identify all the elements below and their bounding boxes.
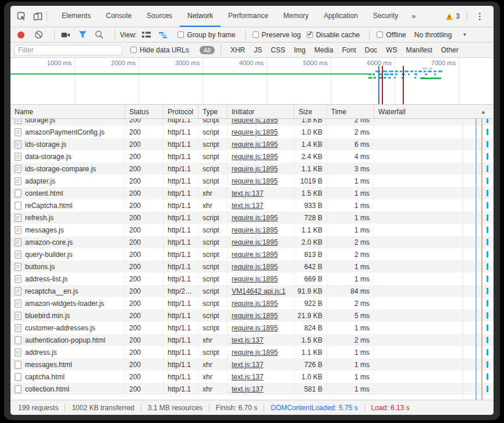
initiator-link[interactable]: text.js:137 [232,373,264,381]
column-header-time[interactable]: Time [327,105,374,118]
tab-elements[interactable]: Elements [54,6,98,27]
column-header-initiator[interactable]: Initiator [228,105,294,118]
hide-data-urls-checkbox[interactable]: Hide data URLs [130,46,189,54]
initiator-link[interactable]: require.js:1895 [232,348,278,357]
initiator-link[interactable]: VM14642 api.js:1 [232,287,286,295]
tab-network[interactable]: Network [180,6,221,27]
column-header-status[interactable]: Status [125,105,164,118]
offline-checkbox[interactable]: Offline [377,31,406,39]
initiator-link[interactable]: require.js:1895 [232,263,278,271]
initiator-link[interactable]: require.js:1895 [232,119,278,124]
initiator-link[interactable]: require.js:1895 [232,275,278,283]
column-header-protocol[interactable]: Protocol [164,105,198,118]
table-row[interactable]: reCaptcha.html200http/1.1xhrtext.js:1379… [10,199,494,211]
filter-type-doc[interactable]: Doc [365,46,377,54]
initiator-link[interactable]: require.js:1895 [232,214,278,222]
filter-type-manifest[interactable]: Manifest [406,46,432,54]
tab-console[interactable]: Console [98,6,139,27]
script-file-icon [15,165,22,173]
table-row[interactable]: address.js200http/1.1scriptrequire.js:18… [10,346,494,358]
table-row[interactable]: amazon-core.js200http/1.1scriptrequire.j… [10,236,494,248]
initiator-link[interactable]: text.js:137 [232,385,264,393]
filter-input[interactable] [14,45,122,55]
tab-memory[interactable]: Memory [276,6,316,27]
tab-performance[interactable]: Performance [221,6,276,27]
search-icon[interactable] [94,30,104,40]
large-request-rows-icon[interactable] [141,30,151,40]
table-row[interactable]: storage.js200http/1.1scriptrequire.js:18… [10,119,494,126]
preserve-log-checkbox[interactable]: Preserve log [253,31,301,39]
table-row[interactable]: amazon-widgets-loader.js200http/1.1scrip… [10,297,494,309]
initiator-link[interactable]: require.js:1895 [232,177,278,185]
initiator-link[interactable]: require.js:1895 [232,238,278,246]
initiator-link[interactable]: require.js:1895 [232,299,278,308]
initiator-link[interactable]: require.js:1895 [232,153,278,161]
table-row[interactable]: customer-addresses.js200http/1.1scriptre… [10,322,494,334]
filter-type-all[interactable]: All [200,46,215,54]
table-row[interactable]: data-storage.js200http/1.1scriptrequire.… [10,150,494,163]
table-row[interactable]: query-builder.js200http/1.1scriptrequire… [10,248,494,260]
table-row[interactable]: refresh.js200http/1.1scriptrequire.js:18… [10,211,494,224]
table-row[interactable]: amazonPaymentConfig.js200http/1.1scriptr… [10,126,494,138]
table-row[interactable]: messages.html200http/1.1xhrtext.js:13772… [10,358,494,371]
table-row[interactable]: recaptcha__en.js200http/2…scriptVM14642 … [10,285,494,297]
initiator-link[interactable]: text.js:137 [232,189,264,198]
initiator-link[interactable]: text.js:137 [232,336,264,344]
filter-type-js[interactable]: JS [254,46,262,54]
column-header-name[interactable]: Name [10,105,125,118]
screenshot-camera-icon[interactable] [61,30,70,40]
device-toolbar-icon[interactable] [33,11,43,22]
filter-type-xhr[interactable]: XHR [230,46,245,54]
filter-type-ws[interactable]: WS [386,46,397,54]
disable-cache-checkbox[interactable]: Disable cache [307,31,360,39]
record-button[interactable] [17,31,24,38]
filter-type-font[interactable]: Font [342,46,356,54]
filter-type-css[interactable]: CSS [271,46,285,54]
cell-time: 84 ms [327,285,374,297]
table-row[interactable]: authentication-popup.html200http/1.1xhrt… [10,334,494,346]
clear-icon[interactable] [34,30,44,40]
table-row[interactable]: buttons.js200http/1.1scriptrequire.js:18… [10,260,494,273]
table-row[interactable]: ids-storage.js200http/1.1scriptrequire.j… [10,138,494,150]
column-header-size[interactable]: Size [294,105,327,118]
table-row[interactable]: adapter.js200http/1.1scriptrequire.js:18… [10,175,494,187]
table-row[interactable]: messages.js200http/1.1scriptrequire.js:1… [10,224,494,236]
table-row[interactable]: address-list.js200http/1.1scriptrequire.… [10,273,494,285]
console-warnings-button[interactable]: 3 [442,12,463,20]
initiator-link[interactable]: require.js:1895 [232,251,278,259]
column-header-type[interactable]: Type [198,105,228,118]
initiator-link[interactable]: require.js:1895 [232,312,278,320]
group-by-frame-checkbox[interactable]: Group by frame [178,31,235,39]
kebab-menu-icon[interactable]: ⋮ [471,11,489,22]
tab-security[interactable]: Security [365,6,406,27]
initiator-link[interactable]: text.js:137 [232,361,264,369]
tab-application[interactable]: Application [316,6,365,27]
table-row[interactable]: captcha.html200http/1.1xhrtext.js:1371.0… [10,371,494,383]
filter-type-img[interactable]: Img [294,46,306,54]
initiator-link[interactable]: require.js:1895 [232,165,278,173]
tab-sources[interactable]: Sources [139,6,180,27]
table-row[interactable]: content.html200http/1.1xhrtext.js:1371.5… [10,187,494,199]
divider [115,30,115,40]
initiator-link[interactable]: text.js:137 [232,202,264,210]
inspect-element-icon[interactable] [16,11,27,22]
cell-name: recaptcha__en.js [10,285,125,297]
cell-status: 200 [125,309,164,322]
cell-size: 91.9 KB [294,285,327,297]
network-overview[interactable]: 1000 ms2000 ms3000 ms4000 ms5000 ms6000 … [10,58,494,105]
cell-type: xhr [198,371,228,383]
show-overview-icon[interactable] [158,30,168,40]
filter-funnel-icon[interactable] [77,30,87,40]
column-header-waterfall[interactable]: Waterfall ▲ [374,105,494,118]
filter-type-media[interactable]: Media [314,46,333,54]
table-row[interactable]: bluebird.min.js200http/1.1scriptrequire.… [10,309,494,322]
throttling-dropdown[interactable]: No throttling ▼ [414,31,467,39]
initiator-link[interactable]: require.js:1895 [232,226,278,234]
table-row[interactable]: ids-storage-compare.js200http/1.1scriptr… [10,163,494,175]
filter-type-other[interactable]: Other [441,46,459,54]
table-row[interactable]: collection.html200http/1.1xhrtext.js:137… [10,383,494,395]
initiator-link[interactable]: require.js:1895 [232,140,278,149]
initiator-link[interactable]: require.js:1895 [232,128,278,136]
initiator-link[interactable]: require.js:1895 [232,324,278,332]
more-tabs-button[interactable]: » [406,6,421,27]
